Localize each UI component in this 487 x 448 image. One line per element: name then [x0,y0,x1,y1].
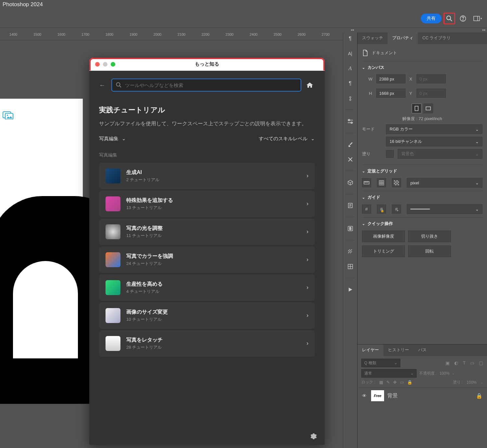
healing-icon[interactable] [346,156,355,163]
svg-line-1 [450,19,452,21]
brush-icon[interactable] [346,141,355,148]
tutorial-item[interactable]: 生成AI2 チュートリアル› [99,163,315,189]
gear-icon[interactable] [310,433,317,440]
app-titlebar: Photoshop 2024 [0,0,487,9]
layer-kind-filter[interactable]: Q 種類⌄ [361,359,400,367]
modal-titlebar[interactable]: もっと知る [89,58,325,71]
tutorial-item[interactable]: 写真でカラーを強調24 チュートリアル› [99,246,315,273]
guide-style-select[interactable]: ⌄ [407,204,482,214]
tutorial-item[interactable]: 画像のサイズ変更10 チュートリアル› [99,302,315,329]
learn-more-modal: もっと知る ← 実践チュートリアル サンプルファイルを使用して、ワークスペース上… [89,58,325,445]
svg-rect-43 [398,181,399,183]
link-icon[interactable]: ⚯ [347,94,354,103]
share-button[interactable]: 共有 [421,14,442,23]
filter-smart-icon[interactable]: ▢ [479,360,483,366]
grid-icon[interactable] [346,263,355,270]
paragraph-icon[interactable]: ¶ [346,35,355,42]
category-filter[interactable]: 写真編集⌄ [99,136,126,142]
tutorial-item[interactable]: 写真の光を調整11 チュートリアル› [99,218,315,245]
lock-all-icon[interactable]: 🔒 [407,380,412,385]
svg-rect-34 [379,180,384,185]
modal-title: もっと知る [89,61,325,67]
landscape-button[interactable] [423,104,433,113]
guides-icon[interactable]: # [362,205,371,214]
grid-toggle[interactable] [377,178,386,187]
collapse-chevrons: ◂◂▸▸ [0,28,487,32]
adjustments-icon[interactable] [346,118,355,125]
lock-artboard-icon[interactable]: ▭ [400,380,404,385]
level-filter[interactable]: すべてのスキルレベル⌄ [259,136,315,142]
svg-rect-47 [398,184,399,185]
search-icon[interactable] [443,13,455,24]
paragraph-styles-icon[interactable]: ¶ [346,80,355,87]
svg-rect-28 [426,107,431,110]
svg-rect-41 [396,180,398,181]
tutorial-item[interactable]: 特殊効果を追加する13 チュートリアル› [99,191,315,217]
document-icon[interactable] [346,202,355,209]
properties-panel: ドキュメント ⌄カンバス W H X Y [357,44,487,344]
horizontal-ruler: 1400150016001700180019002000210022002300… [0,32,343,40]
filter-type-icon[interactable]: T [463,360,466,366]
color-icon[interactable]: B [346,225,355,232]
guides-smart-icon[interactable]: #✦ [392,205,401,214]
width-input[interactable] [376,74,406,83]
document-canvas[interactable] [0,99,83,381]
tutorial-item[interactable]: 生産性を高める4 チュートリアル› [99,274,315,301]
image-size-button[interactable]: 画像解像度 [362,230,405,242]
crop-button[interactable]: 切り抜き [408,230,451,242]
fill-select[interactable]: 背景色⌄ [398,149,482,159]
lock-transparency-icon[interactable]: ▩ [379,380,383,385]
chevron-right-icon: › [306,200,308,207]
color-mode-select[interactable]: RGB カラー⌄ [386,124,482,134]
tab-swatches[interactable]: スウォッチ [357,32,388,44]
search-input[interactable] [111,79,301,92]
trim-button[interactable]: トリミング [362,245,405,257]
tab-layers[interactable]: レイヤー [357,344,383,356]
tab-paths[interactable]: パス [414,344,431,356]
tab-properties[interactable]: プロパティ [388,32,418,44]
ruler-toggle[interactable] [362,178,371,187]
workspace-switcher-icon[interactable]: ▾ [471,13,484,24]
hatching-icon[interactable] [346,248,355,255]
filter-adjustment-icon[interactable]: ◐ [454,360,458,366]
back-button[interactable]: ← [99,81,107,89]
chevron-right-icon: › [306,256,308,263]
ruler-unit-select[interactable]: pixel⌄ [407,178,482,188]
chevron-down-icon[interactable]: ⌄ [362,169,365,173]
height-input[interactable] [376,89,406,98]
tutorial-item[interactable]: 写真をレタッチ28 チュートリアル› [99,330,315,357]
transparency-grid-toggle[interactable] [392,178,401,187]
lock-position-icon[interactable]: ✥ [393,380,397,385]
fill-swatch[interactable] [386,150,394,158]
visibility-icon[interactable]: 👁 [362,393,368,398]
panel-tabs: スウォッチ プロパティ CC ライブラリ [357,32,487,44]
bit-depth-select[interactable]: 16 bit/チャンネル⌄ [386,137,482,146]
portrait-button[interactable] [412,104,421,113]
svg-rect-42 [395,181,396,183]
svg-text:B: B [349,227,351,230]
tab-cc-libraries[interactable]: CC ライブラリ [418,32,455,44]
chevron-right-icon: › [306,340,308,347]
tutorials-description: サンプルファイルを使用して、ワークスペース上でステップごとの説明を表示できます。 [99,119,315,128]
help-icon[interactable] [457,13,469,24]
filter-image-icon[interactable]: ▣ [445,360,450,366]
opacity-value: 100% [440,371,450,376]
collapsed-tool-strip: ¶ A| A ¶ ⚯ B [343,32,357,448]
lock-paint-icon[interactable]: ✎ [386,380,390,385]
play-icon[interactable] [346,286,355,293]
guides-lock-icon[interactable]: #🔒 [377,205,386,214]
character-icon[interactable]: A| [346,50,355,57]
svg-rect-46 [395,184,396,185]
layer-background[interactable]: 👁 Free 背景 🔒 [357,388,487,404]
chevron-down-icon[interactable]: ⌄ [362,66,365,70]
chevron-down-icon[interactable]: ⌄ [362,195,365,200]
chevron-down-icon[interactable]: ⌄ [362,222,365,226]
tab-history[interactable]: ヒストリー [383,344,414,356]
tutorials-heading: 実践チュートリアル [99,105,315,115]
rotate-button[interactable]: 回転 [408,245,451,257]
glyph-icon[interactable]: A [346,65,355,72]
filter-shape-icon[interactable]: ▭ [470,360,474,366]
home-icon[interactable] [306,81,315,89]
cube-icon[interactable] [346,179,355,186]
top-toolbar: 共有 ▾ [0,9,487,28]
